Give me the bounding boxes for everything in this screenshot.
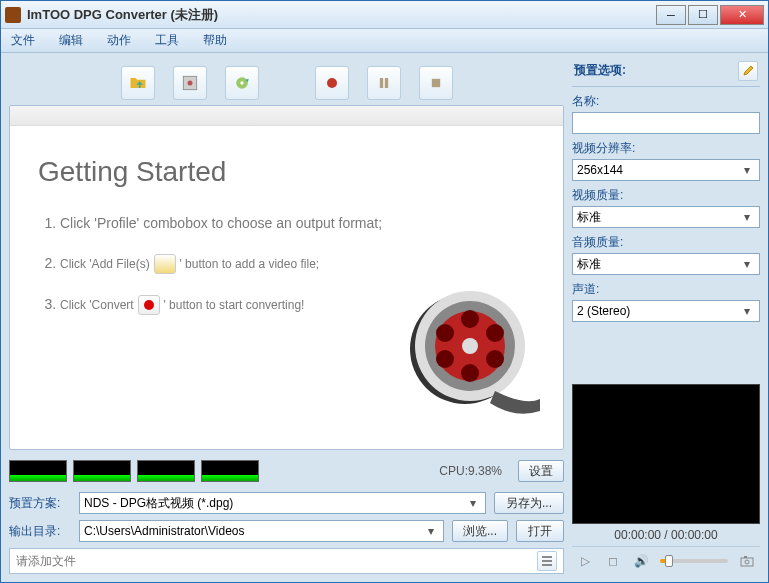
toolbar bbox=[9, 61, 564, 105]
playbar: ▷ ◻ 🔊 bbox=[572, 546, 760, 574]
menu-edit[interactable]: 编辑 bbox=[59, 32, 83, 49]
preview-pane bbox=[572, 384, 760, 524]
vquality-label: 视频质量: bbox=[572, 187, 760, 204]
cpu-meter bbox=[137, 460, 195, 482]
cpu-settings-button[interactable]: 设置 bbox=[518, 460, 564, 482]
record-icon bbox=[138, 295, 160, 315]
channel-label: 声道: bbox=[572, 281, 760, 298]
close-button[interactable]: ✕ bbox=[720, 5, 764, 25]
resolution-combo[interactable]: 256x144▾ bbox=[572, 159, 760, 181]
save-as-button[interactable]: 另存为... bbox=[494, 492, 564, 514]
aquality-combo[interactable]: 标准▾ bbox=[572, 253, 760, 275]
time-display: 00:00:00 / 00:00:00 bbox=[572, 524, 760, 546]
output-label: 输出目录: bbox=[9, 523, 71, 540]
name-input[interactable] bbox=[572, 112, 760, 134]
main-panel: Getting Started Click 'Profile' combobox… bbox=[9, 105, 564, 450]
svg-point-18 bbox=[486, 350, 504, 368]
svg-point-16 bbox=[486, 324, 504, 342]
svg-point-15 bbox=[436, 324, 454, 342]
chevron-down-icon: ▾ bbox=[739, 163, 755, 177]
resolution-label: 视频分辨率: bbox=[572, 140, 760, 157]
chevron-down-icon: ▾ bbox=[423, 524, 439, 538]
stop-button[interactable] bbox=[419, 66, 453, 100]
aquality-label: 音频质量: bbox=[572, 234, 760, 251]
app-icon bbox=[5, 7, 21, 23]
cpu-label: CPU:9.38% bbox=[439, 464, 502, 478]
preset-header: 预置选项: bbox=[574, 62, 626, 79]
chevron-down-icon: ▾ bbox=[739, 210, 755, 224]
menu-file[interactable]: 文件 bbox=[11, 32, 35, 49]
stop-playback-button[interactable]: ◻ bbox=[604, 552, 622, 570]
titlebar: ImTOO DPG Converter (未注册) ─ ☐ ✕ bbox=[1, 1, 768, 29]
svg-rect-7 bbox=[431, 79, 439, 87]
chevron-down-icon: ▾ bbox=[739, 304, 755, 318]
minimize-button[interactable]: ─ bbox=[656, 5, 686, 25]
volume-icon[interactable]: 🔊 bbox=[632, 552, 650, 570]
open-button[interactable]: 打开 bbox=[516, 520, 564, 542]
chevron-down-icon: ▾ bbox=[739, 257, 755, 271]
status-text: 请添加文件 bbox=[16, 553, 531, 570]
edit-preset-icon[interactable] bbox=[738, 61, 758, 81]
window-title: ImTOO DPG Converter (未注册) bbox=[27, 6, 656, 24]
svg-rect-5 bbox=[379, 78, 382, 88]
profile-label: 预置方案: bbox=[9, 495, 71, 512]
svg-point-1 bbox=[187, 81, 192, 86]
svg-point-4 bbox=[327, 78, 337, 88]
menubar: 文件 编辑 动作 工具 帮助 bbox=[1, 29, 768, 53]
svg-point-14 bbox=[461, 364, 479, 382]
vquality-combo[interactable]: 标准▾ bbox=[572, 206, 760, 228]
cpu-meter bbox=[9, 460, 67, 482]
menu-tool[interactable]: 工具 bbox=[155, 32, 179, 49]
menu-help[interactable]: 帮助 bbox=[203, 32, 227, 49]
statusbar: 请添加文件 bbox=[9, 548, 564, 574]
svg-rect-19 bbox=[741, 558, 753, 566]
svg-point-12 bbox=[462, 338, 478, 354]
channel-combo[interactable]: 2 (Stereo)▾ bbox=[572, 300, 760, 322]
svg-point-3 bbox=[240, 81, 243, 84]
snapshot-button[interactable] bbox=[738, 552, 756, 570]
folder-icon bbox=[154, 254, 176, 274]
menu-action[interactable]: 动作 bbox=[107, 32, 131, 49]
volume-slider[interactable] bbox=[660, 559, 728, 563]
svg-rect-6 bbox=[384, 78, 387, 88]
profile-combo[interactable]: NDS - DPG格式视频 (*.dpg)▾ bbox=[79, 492, 486, 514]
browse-button[interactable]: 浏览... bbox=[452, 520, 508, 542]
cpu-meter bbox=[201, 460, 259, 482]
chevron-down-icon: ▾ bbox=[465, 496, 481, 510]
add-file-button[interactable] bbox=[121, 66, 155, 100]
list-icon[interactable] bbox=[537, 551, 557, 571]
getting-started-heading: Getting Started bbox=[38, 156, 535, 188]
play-button[interactable]: ▷ bbox=[576, 552, 594, 570]
cpu-meter bbox=[73, 460, 131, 482]
gs-step-2: Click 'Add File(s) ' button to add a vid… bbox=[60, 252, 535, 275]
svg-point-20 bbox=[745, 560, 749, 564]
gs-step-1: Click 'Profile' combobox to choose an ou… bbox=[60, 212, 535, 234]
add-profile-button[interactable] bbox=[173, 66, 207, 100]
svg-point-13 bbox=[461, 310, 479, 328]
pause-button[interactable] bbox=[367, 66, 401, 100]
maximize-button[interactable]: ☐ bbox=[688, 5, 718, 25]
svg-point-17 bbox=[436, 350, 454, 368]
svg-rect-21 bbox=[744, 556, 747, 558]
film-reel-image bbox=[395, 281, 545, 431]
record-button[interactable] bbox=[315, 66, 349, 100]
name-label: 名称: bbox=[572, 93, 760, 110]
output-path-combo[interactable]: C:\Users\Administrator\Videos▾ bbox=[79, 520, 444, 542]
settings-button[interactable] bbox=[225, 66, 259, 100]
